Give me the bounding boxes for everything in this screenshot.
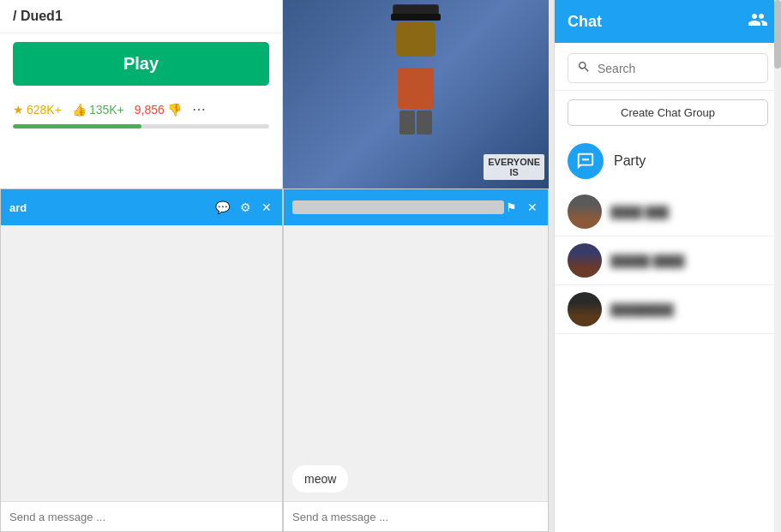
scrollbar-track[interactable] [774,0,781,532]
chat-sidebar-title: Chat [568,13,602,31]
chat-body-right: meow [284,225,548,501]
chat-header-icons-right: ⚑ ✕ [504,199,539,216]
chat-title-right [292,200,504,214]
play-button-container: Play [0,33,282,94]
chat-input-area-right [284,501,548,531]
chat-bubble-icon[interactable]: 💬 [213,199,231,216]
chat-body-left [1,225,282,501]
progress-bar-fill [13,124,141,129]
chat-search-input[interactable] [598,62,759,75]
chat-input-right[interactable] [292,511,539,523]
progress-bar [0,124,282,135]
create-chat-group-button[interactable]: Create Chat Group [568,99,768,126]
search-icon [577,60,591,76]
chat-list-name: ████ ███ [610,206,669,218]
list-item[interactable]: █████ ████ [555,236,781,285]
party-icon [568,143,604,179]
chat-window-right: ⚑ ✕ meow [283,188,549,532]
list-item[interactable]: ████ ███ [555,188,781,236]
chat-input-left[interactable] [9,511,273,523]
play-button[interactable]: Play [13,42,269,86]
stat-thumbsup: 👍 135K+ [72,103,124,117]
svg-point-1 [585,158,587,161]
chat-flag-icon[interactable]: ⚑ [504,199,519,216]
game-area: BE YOU EVERYONEIS [283,0,549,188]
game-image: BE YOU EVERYONEIS [283,0,549,188]
stats-row: ★ 628K+ 👍 135K+ 9,856 👎 ⋯ [0,94,282,124]
chat-list: ████ ███ █████ ████ ████████ [555,188,781,532]
thumbsup-icon: 👍 [72,103,87,117]
list-item[interactable]: ████████ [555,285,781,334]
chat-sidebar: Chat Create Chat Group Par [554,0,781,532]
users-icon[interactable] [748,9,768,34]
chat-window-left: ard 💬 ⚙ ✕ [0,188,283,532]
roblox-character [381,22,450,142]
chat-close-icon[interactable]: ✕ [260,199,273,216]
stat-likes: ★ 628K+ [13,103,62,117]
share-icon[interactable]: ⋯ [192,101,206,117]
thumbsdown-icon: 👎 [167,103,182,117]
chat-title-left: ard [9,201,213,214]
party-label: Party [614,153,646,169]
game-title: / Dued1 [0,0,282,33]
chat-input-area-left [1,501,282,531]
chat-close-icon-right[interactable]: ✕ [526,199,539,216]
chat-header-icons-left: 💬 ⚙ ✕ [213,199,273,216]
chat-message-bubble: meow [292,465,348,493]
chat-header-right: ⚑ ✕ [284,189,548,225]
avatar [568,292,602,326]
progress-bar-bg [13,124,269,129]
chat-list-name: ████████ [610,303,674,316]
chat-header-left: ard 💬 ⚙ ✕ [1,189,282,225]
everyone-is-text: EVERYONEIS [484,154,544,180]
star-icon: ★ [13,103,24,117]
chat-gear-icon[interactable]: ⚙ [238,199,253,216]
party-item[interactable]: Party [555,134,781,188]
chat-search-box [568,53,768,83]
avatar [568,243,602,278]
avatar [568,194,602,229]
stat-dislikes: 9,856 👎 [135,103,182,117]
svg-point-2 [586,158,589,161]
chat-list-name: █████ ████ [610,254,685,267]
svg-point-0 [582,158,585,161]
chat-sidebar-header: Chat [555,0,781,43]
scrollbar-thumb [774,0,781,69]
chat-search-container [555,43,781,91]
